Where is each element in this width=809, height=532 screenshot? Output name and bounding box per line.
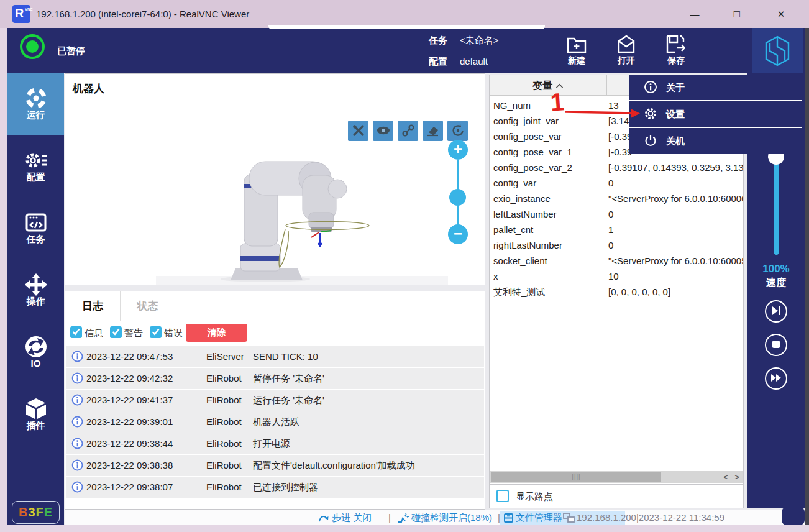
robot-3d-view[interactable] xyxy=(156,153,448,287)
variable-value: 0 xyxy=(608,175,613,191)
file-manager-button[interactable]: 文件管理器 xyxy=(516,510,562,526)
logo-sub-letters: VNC xyxy=(25,7,29,12)
variable-value: 10 xyxy=(608,268,619,284)
log-message: SEND TICK: 10 xyxy=(253,346,318,367)
variable-value: 0 xyxy=(608,237,613,253)
variable-row[interactable]: x10 xyxy=(490,268,743,284)
fast-forward-button[interactable] xyxy=(765,367,787,390)
variable-name: rightLastNumber xyxy=(493,237,562,253)
log-time: 2023-12-22 09:47:53 xyxy=(86,346,173,367)
log-source: EliServer xyxy=(206,346,244,367)
window-frame-right xyxy=(805,28,809,525)
sidebar-item-config[interactable]: 配置 xyxy=(7,135,64,198)
variable-row[interactable]: socket_client"<ServerProxy for 6.0.0.10:… xyxy=(490,253,743,268)
log-source: EliRobot xyxy=(206,433,242,454)
filter-error-checkbox[interactable] xyxy=(150,326,162,338)
menu-item-settings[interactable]: 设置 xyxy=(629,101,802,127)
brand-menu-button[interactable] xyxy=(752,28,803,73)
skip-forward-icon xyxy=(770,308,782,319)
variable-name: config_pose_var_1 xyxy=(493,144,572,160)
step-run-button[interactable] xyxy=(765,300,787,323)
tab-log[interactable]: 日志 xyxy=(65,291,121,321)
log-source: EliRobot xyxy=(206,455,242,476)
info-icon xyxy=(71,351,83,365)
minimize-button[interactable]: — xyxy=(680,0,709,28)
log-message: 打开电源 xyxy=(253,433,290,454)
log-entry: 2023-12-22 09:38:44 EliRobot 打开电源 xyxy=(66,433,484,454)
log-source: EliRobot xyxy=(206,411,242,433)
variable-name: pallet_cnt xyxy=(493,222,533,237)
variable-row[interactable]: config_var0 xyxy=(490,175,743,191)
sidebar-item-task[interactable]: 任务 xyxy=(7,198,64,260)
collision-detect-status[interactable]: 碰撞检测开启(18%) xyxy=(411,510,492,526)
variable-row[interactable]: leftLastNumber0 xyxy=(490,206,743,222)
top-toolbar: 已暂停 任务 <未命名> 配置 default 新建 打开 保存 xyxy=(7,28,805,73)
filter-warning-checkbox[interactable] xyxy=(110,326,122,338)
new-task-label: 新建 xyxy=(554,55,599,66)
save-task-button[interactable]: 保存 xyxy=(654,32,698,70)
variable-row[interactable]: pallet_cnt1 xyxy=(490,222,743,237)
eraser-icon xyxy=(426,129,441,140)
variable-row[interactable]: rightLastNumber0 xyxy=(490,237,743,253)
log-message: 已连接到控制器 xyxy=(253,477,318,498)
step-mode-toggle[interactable]: 步进 关闭 xyxy=(332,510,372,526)
variable-value: "<ServerProxy for 6.0.0.10:60005, xyxy=(608,253,744,268)
step-mode-icon xyxy=(318,513,330,526)
annotation-number: 1 xyxy=(549,88,565,116)
sidebar-item-run[interactable]: 运行 xyxy=(7,73,64,135)
view-path-button[interactable] xyxy=(398,121,418,141)
zoom-in-button[interactable]: + xyxy=(448,140,468,160)
vnc-viewer-window: R VNC 192.168.1.200 (intel-corei7-64:0) … xyxy=(0,0,809,532)
titlebar: R VNC 192.168.1.200 (intel-corei7-64:0) … xyxy=(0,0,809,28)
scroll-right-arrow[interactable]: > xyxy=(731,471,743,483)
view-erase-button[interactable] xyxy=(423,121,443,141)
sidebar-item-label: 任务 xyxy=(7,234,64,245)
tools-icon xyxy=(351,129,366,140)
scrollbar-thumb[interactable]: |||| xyxy=(491,472,661,482)
view-visibility-button[interactable] xyxy=(373,121,393,141)
robot-panel-title: 机器人 xyxy=(73,81,104,96)
view-reset-button[interactable] xyxy=(447,121,468,141)
open-task-button[interactable]: 打开 xyxy=(604,32,649,70)
variable-value: 1 xyxy=(608,222,613,237)
log-message: 暂停任务 '未命名' xyxy=(253,368,324,389)
sidebar-item-plugin[interactable]: 插件 xyxy=(7,384,64,446)
maximize-button[interactable]: □ xyxy=(723,0,751,28)
stop-button[interactable] xyxy=(765,334,787,356)
info-icon xyxy=(71,416,83,430)
speed-slider-track[interactable] xyxy=(774,157,779,255)
menu-item-shutdown[interactable]: 关机 xyxy=(629,128,802,154)
info-icon xyxy=(71,459,83,474)
collision-detect-icon xyxy=(396,513,409,526)
variable-row[interactable]: exio_instance"<ServerProxy for 6.0.0.10:… xyxy=(490,191,743,206)
logo-letter: B xyxy=(19,505,28,519)
logo-letter: 3 xyxy=(28,505,35,519)
menu-item-label: 设置 xyxy=(666,101,685,127)
sidebar-item-label: 操作 xyxy=(7,296,64,308)
sidebar-item-io[interactable]: IO xyxy=(7,322,64,384)
new-task-button[interactable]: 新建 xyxy=(554,32,599,70)
clear-log-button[interactable]: 清除 xyxy=(186,324,247,342)
variable-name: exio_instance xyxy=(493,191,551,206)
vnc-connection-tab[interactable] xyxy=(268,25,545,29)
tab-status[interactable]: 状态 xyxy=(121,291,175,321)
variable-value: "<ServerProxy for 6.0.0.10:60000, xyxy=(608,191,744,206)
zoom-slider-knob[interactable] xyxy=(449,189,466,206)
task-code-icon xyxy=(7,198,64,234)
variable-name: socket_client xyxy=(493,253,547,268)
view-tools-button[interactable] xyxy=(348,121,368,141)
log-entry: 2023-12-22 09:38:38 EliRobot 配置文件'defaul… xyxy=(66,455,484,476)
zoom-out-button[interactable]: − xyxy=(448,224,468,244)
sidebar-item-jog[interactable]: 操作 xyxy=(7,260,64,322)
show-waypoints-checkbox[interactable] xyxy=(496,490,509,502)
variable-row[interactable]: 艾利特_测试[0, 0, 0, 0, 0, 0] xyxy=(490,284,743,300)
variable-row[interactable]: config_pose_var_2[-0.39107, 0.14393, 0.3… xyxy=(490,160,743,175)
log-message: 配置文件'default.configuration'加载成功 xyxy=(253,455,415,476)
horizontal-scrollbar[interactable]: |||| < > xyxy=(490,471,743,483)
filter-info-checkbox[interactable] xyxy=(70,326,82,338)
close-button[interactable]: ✕ xyxy=(767,0,795,28)
cube-logo-icon xyxy=(763,58,792,69)
scroll-left-arrow[interactable]: < xyxy=(720,471,731,483)
menu-item-about[interactable]: 关于 xyxy=(629,75,802,100)
log-time: 2023-12-22 09:38:38 xyxy=(86,455,173,476)
